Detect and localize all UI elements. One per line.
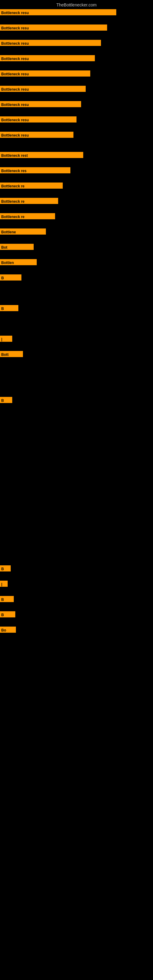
bar-label: Bottleneck re [0, 183, 29, 189]
bar-line [29, 183, 63, 189]
bar-line [30, 70, 90, 76]
bar-line [27, 198, 58, 204]
bar-item: | [0, 336, 12, 342]
bar-label: B [0, 565, 5, 571]
bar-line [30, 55, 95, 61]
bar-label: B [0, 397, 5, 403]
bar-label: Bottleneck re [0, 213, 27, 219]
bar-item: B [0, 274, 21, 280]
bar-item: Bottleneck re [0, 198, 58, 204]
bar-item: B [0, 596, 14, 602]
bar-line [30, 116, 76, 123]
bar-line [3, 336, 12, 342]
bar-line [12, 244, 33, 250]
bar-line [40, 152, 83, 158]
bar-item: Bottlene [0, 229, 46, 235]
bar-item: Bottleneck resu [0, 101, 81, 107]
bar-label: Bottleneck resu [0, 101, 30, 107]
bar-item: Bo [0, 627, 16, 633]
bar-line [11, 351, 23, 357]
bar-label: Bottleneck resu [0, 86, 30, 92]
bar-label: | [0, 336, 3, 342]
bar-label: Bo [0, 627, 7, 633]
bar-label: B [0, 305, 6, 311]
bar-item: B [0, 565, 11, 571]
bar-line [5, 565, 11, 571]
bar-line [21, 229, 46, 235]
bar-label: Bottleneck resu [0, 24, 30, 30]
bar-item: Bottleneck resu [0, 86, 86, 92]
bar-item: Bott [0, 351, 23, 357]
bar-item: Bottleneck re [0, 213, 55, 219]
bar-line [5, 596, 14, 602]
bar-item: B [0, 397, 12, 403]
bar-item: Bottleneck re [0, 183, 63, 189]
bar-label: B [0, 274, 6, 280]
bar-line [18, 259, 37, 265]
bar-item: Bottlen [0, 259, 37, 265]
bar-item: Bottleneck resu [0, 70, 90, 76]
bar-line [30, 101, 81, 107]
bar-item: Bottleneck resu [0, 55, 95, 61]
bar-label: Bottlene [0, 229, 21, 235]
bar-item: Bottleneck resu [0, 24, 107, 30]
bar-line [3, 581, 8, 587]
bar-label: Bottlen [0, 259, 18, 265]
bar-item: Bottleneck rest [0, 152, 83, 158]
bar-label: Bottleneck rest [0, 152, 40, 158]
bar-label: Bottleneck res [0, 167, 33, 173]
bar-label: Bottleneck resu [0, 9, 30, 15]
bar-line [30, 9, 116, 15]
site-title: TheBottlenecker.com [0, 2, 153, 7]
bar-item: Bottleneck resu [0, 40, 101, 46]
bar-line [30, 40, 101, 46]
bar-item: Bottleneck resu [0, 132, 73, 138]
bar-label: B [0, 611, 5, 617]
bar-line [5, 611, 15, 617]
bar-item: Bottleneck resu [0, 9, 116, 15]
bar-line [30, 132, 73, 138]
bar-line [33, 167, 70, 173]
bar-line [7, 627, 16, 633]
bar-line [5, 397, 12, 403]
bar-item: B [0, 305, 18, 311]
bar-line [30, 86, 86, 92]
bar-label: Bottleneck resu [0, 70, 30, 76]
bar-item: Bottleneck resu [0, 116, 76, 123]
bar-label: Bot [0, 244, 12, 250]
bar-item: Bottleneck res [0, 167, 70, 173]
bar-item: | [0, 581, 8, 587]
bar-label: Bottleneck resu [0, 55, 30, 61]
bar-label: Bottleneck resu [0, 116, 30, 123]
bar-item: Bot [0, 244, 33, 250]
bar-line [6, 274, 21, 280]
bar-label: Bottleneck resu [0, 132, 30, 138]
bar-line [30, 24, 107, 30]
bar-line [6, 305, 18, 311]
bar-line [27, 213, 55, 219]
bar-label: Bottleneck re [0, 198, 27, 204]
bar-item: B [0, 611, 15, 617]
bar-label: | [0, 581, 3, 587]
bar-label: Bott [0, 351, 11, 357]
bar-label: Bottleneck resu [0, 40, 30, 46]
bar-label: B [0, 596, 5, 602]
